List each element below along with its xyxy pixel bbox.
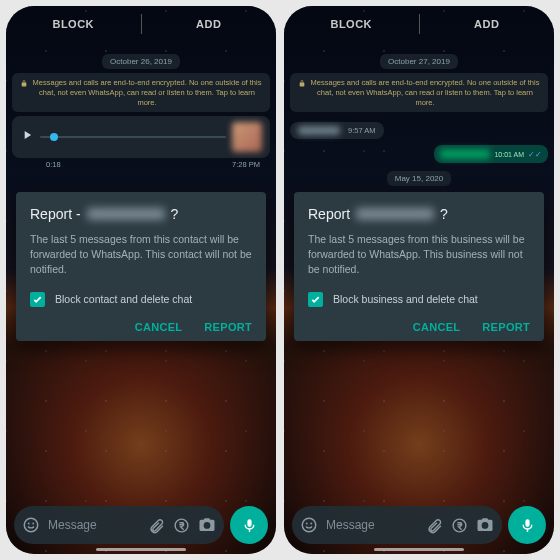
play-icon[interactable]: [20, 128, 34, 146]
svg-point-0: [24, 518, 38, 532]
report-dialog: Report ? The last 5 messages from this b…: [294, 192, 544, 341]
dialog-title: Report - ?: [30, 206, 252, 222]
block-checkbox-row[interactable]: Block contact and delete chat: [30, 292, 252, 307]
block-button[interactable]: BLOCK: [284, 18, 419, 30]
report-dialog: Report - ? The last 5 messages from this…: [16, 192, 266, 341]
action-bar: BLOCK ADD: [6, 6, 276, 42]
message-input[interactable]: Message: [14, 506, 224, 544]
dialog-body: The last 5 messages from this contact wi…: [30, 232, 252, 278]
emoji-icon[interactable]: [300, 516, 318, 534]
cancel-button[interactable]: CANCEL: [135, 321, 183, 333]
block-checkbox-row[interactable]: Block business and delete chat: [308, 292, 530, 307]
mic-icon: [241, 517, 258, 534]
message-input-bar: Message: [14, 506, 268, 544]
outgoing-message[interactable]: 10:01 AM ✓✓: [434, 145, 548, 163]
rupee-icon[interactable]: [173, 517, 190, 534]
screenshot-pair: BLOCK ADD October 26, 2019 Messages and …: [0, 0, 560, 560]
attach-icon[interactable]: [148, 517, 165, 534]
checkbox-label: Block business and delete chat: [333, 293, 478, 305]
camera-icon[interactable]: [476, 516, 494, 534]
mic-button[interactable]: [230, 506, 268, 544]
message-time: 10:01 AM: [494, 151, 524, 158]
report-button[interactable]: REPORT: [482, 321, 530, 333]
svg-point-5: [306, 523, 308, 525]
lock-icon: [298, 79, 306, 88]
redacted-text: [298, 126, 340, 135]
encryption-notice[interactable]: Messages and calls are end-to-end encryp…: [12, 73, 270, 112]
svg-point-4: [302, 518, 316, 532]
read-receipt-icon: ✓✓: [528, 150, 542, 159]
camera-icon[interactable]: [198, 516, 216, 534]
svg-point-1: [28, 523, 30, 525]
input-placeholder: Message: [326, 518, 418, 532]
attach-icon[interactable]: [426, 517, 443, 534]
message-time: 7:28 PM: [232, 160, 260, 169]
block-button[interactable]: BLOCK: [6, 18, 141, 30]
input-placeholder: Message: [48, 518, 140, 532]
incoming-message[interactable]: 9:57 AM: [290, 122, 384, 139]
action-bar: BLOCK ADD: [284, 6, 554, 42]
redacted-text: [440, 149, 490, 159]
report-button[interactable]: REPORT: [204, 321, 252, 333]
home-indicator: [96, 548, 186, 551]
rupee-icon[interactable]: [451, 517, 468, 534]
home-indicator: [374, 548, 464, 551]
phone-right: BLOCK ADD October 27, 2019 Messages and …: [284, 6, 554, 554]
date-pill: May 15, 2020: [290, 167, 548, 186]
checkbox-label: Block contact and delete chat: [55, 293, 192, 305]
cancel-button[interactable]: CANCEL: [413, 321, 461, 333]
contact-avatar: [232, 122, 262, 152]
date-pill: October 27, 2019: [290, 50, 548, 69]
mic-button[interactable]: [508, 506, 546, 544]
audio-track[interactable]: [40, 136, 226, 138]
dialog-body: The last 5 messages from this business w…: [308, 232, 530, 278]
redacted-name: [356, 208, 434, 220]
add-button[interactable]: ADD: [420, 18, 555, 30]
checkbox-checked-icon[interactable]: [308, 292, 323, 307]
add-button[interactable]: ADD: [142, 18, 277, 30]
redacted-name: [87, 208, 165, 220]
audio-duration: 0:18: [46, 160, 61, 169]
message-input[interactable]: Message: [292, 506, 502, 544]
emoji-icon[interactable]: [22, 516, 40, 534]
voice-message[interactable]: [12, 116, 270, 158]
checkbox-checked-icon[interactable]: [30, 292, 45, 307]
lock-icon: [20, 79, 28, 88]
mic-icon: [519, 517, 536, 534]
encryption-notice[interactable]: Messages and calls are end-to-end encryp…: [290, 73, 548, 112]
dialog-title: Report ?: [308, 206, 530, 222]
message-time: 9:57 AM: [348, 126, 376, 135]
message-input-bar: Message: [292, 506, 546, 544]
date-pill: October 26, 2019: [12, 50, 270, 69]
svg-point-6: [310, 523, 312, 525]
phone-left: BLOCK ADD October 26, 2019 Messages and …: [6, 6, 276, 554]
svg-point-2: [32, 523, 34, 525]
